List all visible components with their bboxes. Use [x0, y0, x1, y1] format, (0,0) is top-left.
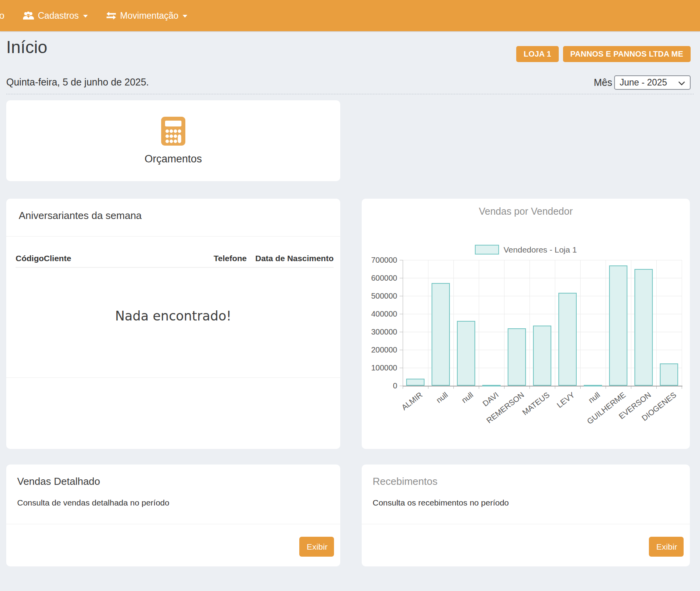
vendas-exibir-button[interactable]: Exibir: [299, 537, 334, 557]
vendas-card-title: Vendas Detalhado: [17, 475, 100, 488]
nav-item-label: Cadastros: [38, 11, 79, 21]
x-axis-line: [403, 386, 682, 386]
column-header-cliente: Cliente: [44, 254, 71, 263]
gridline: [555, 260, 555, 386]
y-axis-line: [403, 260, 403, 386]
dashboard-page: o Cadastros Movimentação: [0, 0, 700, 591]
nav-item-movimentacao[interactable]: Movimentação: [106, 11, 188, 21]
gridline: [580, 260, 581, 386]
gridline: [682, 260, 682, 386]
divider: [6, 377, 340, 378]
month-select-value: June - 2025: [620, 77, 667, 88]
axis-tick: [400, 350, 403, 350]
month-filter-row: Mês June - 2025: [594, 75, 691, 90]
caret-down-icon: [183, 15, 187, 18]
y-axis-tick-label: 100000: [362, 363, 397, 372]
column-header-telefone: Telefone: [213, 254, 247, 263]
sales-chart-card: Vendas por Vendedor Vendedores - Loja 1 …: [362, 199, 690, 449]
current-date-text: Quinta-feira, 5 de junho de 2025.: [6, 77, 149, 88]
empty-table-message: Nada encontrado!: [6, 308, 340, 324]
birthdays-card-title: Aniversariantes da semana: [19, 210, 142, 222]
x-axis-tick-label: ALMIR: [400, 390, 424, 412]
y-axis-tick-label: 500000: [362, 292, 397, 301]
month-label: Mês: [594, 77, 612, 88]
exchange-arrows-icon: [106, 11, 117, 20]
header-buttons: LOJA 1 PANNOS E PANNOS LTDA ME: [516, 46, 691, 62]
nav-item-label: Movimentação: [120, 11, 179, 21]
chart-bar: [584, 385, 602, 386]
axis-tick: [400, 332, 403, 332]
chart-bar: [558, 293, 577, 386]
orcamentos-label: Orçamentos: [144, 153, 202, 165]
y-axis-tick-label: 200000: [362, 345, 397, 354]
chart-bar: [533, 326, 551, 386]
birthdays-card: Aniversariantes da semana CódigoCliente …: [6, 199, 340, 449]
company-button[interactable]: PANNOS E PANNOS LTDA ME: [563, 46, 691, 62]
store-button[interactable]: LOJA 1: [516, 46, 558, 62]
y-axis-tick-label: 400000: [362, 310, 397, 319]
gridline: [606, 260, 606, 386]
gridline: [479, 260, 479, 386]
divider: [6, 524, 340, 524]
recebimentos-exibir-button[interactable]: Exibir: [649, 537, 684, 557]
vendas-detalhado-card: Vendas Detalhado Consulta de vendas deta…: [6, 465, 340, 566]
gridline: [428, 260, 428, 386]
axis-tick: [400, 314, 403, 314]
caret-down-icon: [83, 15, 88, 18]
axis-tick: [400, 368, 403, 368]
x-axis-tick-label: null: [460, 390, 475, 405]
x-axis-tick-label: null: [435, 390, 450, 405]
gridline: [403, 260, 682, 260]
gridline: [453, 260, 454, 386]
nav-item-cadastros[interactable]: Cadastros: [23, 11, 88, 21]
orcamentos-card[interactable]: Orçamentos: [6, 100, 340, 181]
divider: [362, 524, 690, 524]
divider: [6, 236, 340, 237]
chart-plot: 0100000200000300000400000500000600000700…: [362, 199, 690, 449]
y-axis-tick-label: 600000: [362, 274, 397, 283]
month-select[interactable]: June - 2025: [614, 75, 691, 90]
header-separator: [6, 94, 694, 94]
recebimentos-card: Recebimentos Consulta os recebimentos no…: [362, 465, 690, 566]
nav-item-partial[interactable]: o: [0, 10, 5, 21]
column-header-nascimento: Data de Nascimento: [255, 254, 334, 263]
x-axis-tick-label: null: [587, 390, 602, 405]
y-axis-tick-label: 0: [362, 381, 397, 390]
chart-bar: [406, 379, 425, 386]
gridline: [631, 260, 631, 386]
chevron-down-icon: [678, 77, 685, 88]
gridline: [529, 260, 530, 386]
calculator-icon: [161, 116, 186, 148]
chart-bar: [508, 328, 526, 386]
x-axis-tick-label: MATEUS: [521, 390, 551, 417]
users-icon: [23, 11, 34, 20]
chart-bar: [482, 385, 501, 386]
recebimentos-card-description: Consulta os recebimentos no período: [373, 498, 509, 507]
y-axis-tick-label: 300000: [362, 328, 397, 336]
chart-bar: [432, 283, 450, 386]
vendas-card-description: Consulta de vendas detalhada no período: [17, 498, 169, 507]
chart-bar: [660, 363, 678, 386]
birthdays-table-header: CódigoCliente Telefone Data de Nasciment…: [16, 249, 334, 268]
gridline: [656, 260, 657, 386]
x-axis-tick-label: LEVY: [555, 390, 576, 410]
gridline: [504, 260, 505, 386]
y-axis-tick-label: 700000: [362, 256, 397, 265]
chart-bar: [609, 265, 627, 386]
recebimentos-card-title: Recebimentos: [373, 475, 437, 488]
column-header-codigo: Código: [16, 254, 44, 263]
chart-bar: [634, 269, 653, 386]
x-axis-tick-label: DAVI: [481, 390, 501, 408]
axis-tick: [400, 296, 403, 296]
chart-bar: [457, 321, 475, 386]
top-navbar: o Cadastros Movimentação: [0, 0, 700, 31]
axis-tick: [400, 386, 403, 386]
page-title: Início: [6, 37, 47, 57]
axis-tick: [400, 278, 403, 278]
axis-tick: [400, 260, 403, 260]
